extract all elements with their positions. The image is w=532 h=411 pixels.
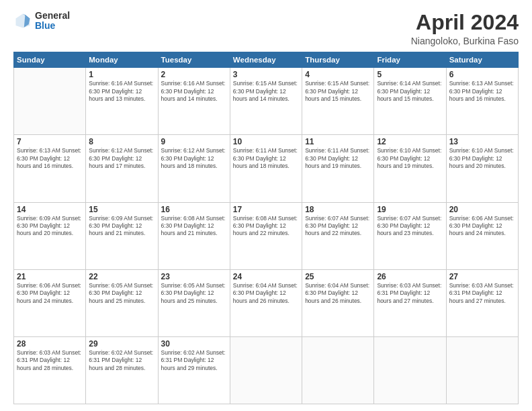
day-number: 5 <box>377 70 443 79</box>
day-number: 18 <box>305 205 371 214</box>
day-info: Sunrise: 6:03 AM Sunset: 6:31 PM Dayligh… <box>377 282 443 305</box>
calendar-week-row: 21Sunrise: 6:06 AM Sunset: 6:30 PM Dayli… <box>14 269 519 336</box>
calendar-table: SundayMondayTuesdayWednesdayThursdayFrid… <box>13 52 519 404</box>
logo: General Blue <box>13 11 70 32</box>
day-number: 20 <box>449 205 515 214</box>
day-info: Sunrise: 6:06 AM Sunset: 6:30 PM Dayligh… <box>17 282 83 305</box>
day-number: 21 <box>17 272 83 281</box>
calendar-body: 1Sunrise: 6:16 AM Sunset: 6:30 PM Daylig… <box>14 68 519 404</box>
day-info: Sunrise: 6:05 AM Sunset: 6:30 PM Dayligh… <box>89 282 154 305</box>
day-info: Sunrise: 6:09 AM Sunset: 6:30 PM Dayligh… <box>17 215 83 238</box>
calendar-cell: 24Sunrise: 6:04 AM Sunset: 6:30 PM Dayli… <box>230 269 302 336</box>
logo-general: General <box>35 11 70 21</box>
weekday-header: Friday <box>374 52 446 68</box>
calendar-cell <box>374 336 446 404</box>
day-number: 2 <box>161 70 227 79</box>
day-number: 16 <box>161 205 227 214</box>
calendar-cell: 8Sunrise: 6:12 AM Sunset: 6:30 PM Daylig… <box>86 135 158 202</box>
calendar-cell: 28Sunrise: 6:03 AM Sunset: 6:31 PM Dayli… <box>14 336 86 404</box>
calendar-cell: 6Sunrise: 6:13 AM Sunset: 6:30 PM Daylig… <box>446 68 518 135</box>
day-info: Sunrise: 6:11 AM Sunset: 6:30 PM Dayligh… <box>305 147 371 170</box>
calendar-cell: 12Sunrise: 6:10 AM Sunset: 6:30 PM Dayli… <box>374 135 446 202</box>
calendar-subtitle: Niangoloko, Burkina Faso <box>411 36 519 46</box>
day-info: Sunrise: 6:07 AM Sunset: 6:30 PM Dayligh… <box>377 215 443 238</box>
calendar-cell: 4Sunrise: 6:15 AM Sunset: 6:30 PM Daylig… <box>302 68 374 135</box>
day-number: 12 <box>377 137 443 146</box>
day-info: Sunrise: 6:04 AM Sunset: 6:30 PM Dayligh… <box>305 282 371 305</box>
day-number: 8 <box>89 137 154 146</box>
day-number: 4 <box>305 70 371 79</box>
day-info: Sunrise: 6:15 AM Sunset: 6:30 PM Dayligh… <box>305 80 371 103</box>
calendar-week-row: 14Sunrise: 6:09 AM Sunset: 6:30 PM Dayli… <box>14 202 519 269</box>
day-number: 3 <box>233 70 299 79</box>
day-info: Sunrise: 6:11 AM Sunset: 6:30 PM Dayligh… <box>233 147 299 170</box>
day-info: Sunrise: 6:14 AM Sunset: 6:30 PM Dayligh… <box>377 80 443 103</box>
day-info: Sunrise: 6:07 AM Sunset: 6:30 PM Dayligh… <box>305 215 371 238</box>
weekday-header: Wednesday <box>230 52 302 68</box>
calendar-cell: 7Sunrise: 6:13 AM Sunset: 6:30 PM Daylig… <box>14 135 86 202</box>
calendar-cell: 10Sunrise: 6:11 AM Sunset: 6:30 PM Dayli… <box>230 135 302 202</box>
day-info: Sunrise: 6:12 AM Sunset: 6:30 PM Dayligh… <box>161 147 227 170</box>
calendar-cell: 14Sunrise: 6:09 AM Sunset: 6:30 PM Dayli… <box>14 202 86 269</box>
day-info: Sunrise: 6:16 AM Sunset: 6:30 PM Dayligh… <box>89 80 154 103</box>
day-info: Sunrise: 6:08 AM Sunset: 6:30 PM Dayligh… <box>233 215 299 238</box>
day-info: Sunrise: 6:03 AM Sunset: 6:31 PM Dayligh… <box>449 282 515 305</box>
day-info: Sunrise: 6:10 AM Sunset: 6:30 PM Dayligh… <box>449 147 515 170</box>
day-number: 23 <box>161 272 227 281</box>
day-number: 25 <box>305 272 371 281</box>
day-number: 26 <box>377 272 443 281</box>
day-number: 6 <box>449 70 515 79</box>
page: General Blue April 2024 Niangoloko, Burk… <box>0 0 532 411</box>
calendar-cell: 21Sunrise: 6:06 AM Sunset: 6:30 PM Dayli… <box>14 269 86 336</box>
calendar-cell: 26Sunrise: 6:03 AM Sunset: 6:31 PM Dayli… <box>374 269 446 336</box>
calendar-cell: 27Sunrise: 6:03 AM Sunset: 6:31 PM Dayli… <box>446 269 518 336</box>
day-number: 7 <box>17 137 83 146</box>
calendar-cell: 30Sunrise: 6:02 AM Sunset: 6:31 PM Dayli… <box>158 336 230 404</box>
day-number: 27 <box>449 272 515 281</box>
logo-icon <box>13 11 32 30</box>
calendar-cell <box>302 336 374 404</box>
day-number: 28 <box>17 339 83 349</box>
day-number: 24 <box>233 272 299 281</box>
weekday-header: Thursday <box>302 52 374 68</box>
day-number: 22 <box>89 272 154 281</box>
day-number: 13 <box>449 137 515 146</box>
day-number: 19 <box>377 205 443 214</box>
day-info: Sunrise: 6:12 AM Sunset: 6:30 PM Dayligh… <box>89 147 154 170</box>
day-number: 17 <box>233 205 299 214</box>
calendar-cell: 9Sunrise: 6:12 AM Sunset: 6:30 PM Daylig… <box>158 135 230 202</box>
day-number: 29 <box>89 339 154 349</box>
calendar-cell: 15Sunrise: 6:09 AM Sunset: 6:30 PM Dayli… <box>86 202 158 269</box>
day-number: 10 <box>233 137 299 146</box>
day-info: Sunrise: 6:08 AM Sunset: 6:30 PM Dayligh… <box>161 215 227 238</box>
calendar-cell: 23Sunrise: 6:05 AM Sunset: 6:30 PM Dayli… <box>158 269 230 336</box>
calendar-cell: 3Sunrise: 6:15 AM Sunset: 6:30 PM Daylig… <box>230 68 302 135</box>
calendar-cell: 29Sunrise: 6:02 AM Sunset: 6:31 PM Dayli… <box>86 336 158 404</box>
weekday-header: Sunday <box>14 52 86 68</box>
day-number: 9 <box>161 137 227 146</box>
day-info: Sunrise: 6:02 AM Sunset: 6:31 PM Dayligh… <box>161 349 227 372</box>
calendar-cell: 25Sunrise: 6:04 AM Sunset: 6:30 PM Dayli… <box>302 269 374 336</box>
logo-blue: Blue <box>35 21 70 31</box>
day-number: 14 <box>17 205 83 214</box>
calendar-cell: 18Sunrise: 6:07 AM Sunset: 6:30 PM Dayli… <box>302 202 374 269</box>
day-info: Sunrise: 6:04 AM Sunset: 6:30 PM Dayligh… <box>233 282 299 305</box>
weekday-header: Monday <box>86 52 158 68</box>
day-number: 30 <box>161 339 227 349</box>
day-info: Sunrise: 6:02 AM Sunset: 6:31 PM Dayligh… <box>89 349 154 372</box>
calendar-cell <box>446 336 518 404</box>
calendar-header: SundayMondayTuesdayWednesdayThursdayFrid… <box>14 52 519 68</box>
calendar-cell: 17Sunrise: 6:08 AM Sunset: 6:30 PM Dayli… <box>230 202 302 269</box>
day-info: Sunrise: 6:09 AM Sunset: 6:30 PM Dayligh… <box>89 215 154 238</box>
weekday-row: SundayMondayTuesdayWednesdayThursdayFrid… <box>14 52 519 68</box>
day-info: Sunrise: 6:03 AM Sunset: 6:31 PM Dayligh… <box>17 349 83 372</box>
day-number: 11 <box>305 137 371 146</box>
calendar-cell: 13Sunrise: 6:10 AM Sunset: 6:30 PM Dayli… <box>446 135 518 202</box>
day-info: Sunrise: 6:05 AM Sunset: 6:30 PM Dayligh… <box>161 282 227 305</box>
calendar-cell: 1Sunrise: 6:16 AM Sunset: 6:30 PM Daylig… <box>86 68 158 135</box>
title-block: April 2024 Niangoloko, Burkina Faso <box>411 11 519 46</box>
calendar-cell <box>230 336 302 404</box>
day-info: Sunrise: 6:06 AM Sunset: 6:30 PM Dayligh… <box>449 215 515 238</box>
logo-text: General Blue <box>35 11 70 32</box>
calendar-cell: 19Sunrise: 6:07 AM Sunset: 6:30 PM Dayli… <box>374 202 446 269</box>
